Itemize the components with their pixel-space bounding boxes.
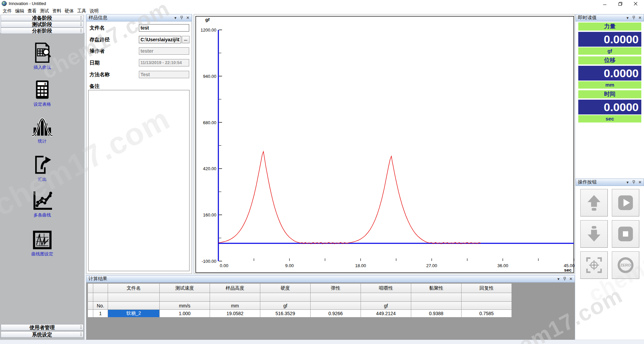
insert-curve-icon bbox=[32, 42, 53, 63]
tool-multi-curve[interactable]: 多条曲线 bbox=[0, 190, 85, 218]
unit-chewiness: gf bbox=[361, 302, 411, 310]
restore-icon bbox=[619, 2, 622, 6]
menu-file[interactable]: 文件 bbox=[1, 7, 13, 14]
result-filename-cell[interactable]: 软糖_2 bbox=[108, 310, 160, 317]
browse-button[interactable]: ... bbox=[182, 36, 190, 43]
col-header-cohesiveness[interactable]: 黏聚性 bbox=[411, 284, 462, 293]
col-header-springiness[interactable]: 弹性 bbox=[311, 284, 361, 293]
notes-textarea[interactable] bbox=[88, 90, 190, 271]
svg-text:36.00: 36.00 bbox=[497, 263, 508, 268]
menu-help[interactable]: 说明 bbox=[88, 7, 100, 14]
panel-menu-icon[interactable]: ▼ bbox=[557, 277, 560, 281]
menu-data[interactable]: 资料 bbox=[51, 7, 63, 14]
field-label-filename: 文件名 bbox=[90, 25, 105, 31]
menu-edit[interactable]: 编辑 bbox=[13, 7, 26, 14]
menu-test[interactable]: 测试 bbox=[38, 7, 51, 14]
time-value: 0.0000 bbox=[578, 100, 641, 114]
stage-prepare-button[interactable]: 准备阶段 bbox=[1, 15, 84, 21]
close-icon bbox=[634, 2, 637, 5]
results-caption: 计算结果 ▼ ✕ bbox=[86, 275, 575, 283]
field-label-operator: 操作者 bbox=[90, 48, 105, 54]
calculation-results-panel: 计算结果 ▼ ✕ 文件名 测试速度 样品高度 硬度 弹性 咀嚼性 黏聚性 bbox=[86, 275, 575, 340]
displacement-value: 0.0000 bbox=[578, 66, 641, 81]
savepath-input[interactable] bbox=[139, 36, 181, 43]
panel-close-icon[interactable]: ✕ bbox=[638, 180, 642, 185]
filename-input[interactable] bbox=[139, 24, 189, 32]
svg-text:940.00: 940.00 bbox=[203, 74, 216, 79]
unit-height: mm bbox=[210, 302, 260, 310]
row-number-cell[interactable]: 1 bbox=[93, 310, 108, 317]
panel-close-icon[interactable]: ✕ bbox=[638, 15, 642, 20]
tool-insert-curve[interactable]: 插入曲线 bbox=[0, 42, 85, 70]
window-title: Innovation - Untitled bbox=[9, 1, 46, 6]
col-header-chewiness[interactable]: 咀嚼性 bbox=[361, 284, 411, 293]
menu-view[interactable]: 查看 bbox=[26, 7, 38, 14]
results-body: 文件名 测试速度 样品高度 硬度 弹性 咀嚼性 黏聚性 回复性 No. mm/s… bbox=[86, 283, 575, 340]
method-input[interactable] bbox=[139, 71, 189, 78]
panel-menu-icon[interactable]: ▼ bbox=[626, 16, 629, 20]
date-input[interactable] bbox=[139, 59, 189, 66]
arrow-down-icon bbox=[585, 225, 603, 243]
force-time-chart: 1200.00940.00680.00420.00160.00-100.000.… bbox=[194, 14, 575, 274]
field-label-date: 日期 bbox=[90, 60, 100, 66]
col-header-height[interactable]: 样品高度 bbox=[210, 284, 260, 293]
svg-text:1200.00: 1200.00 bbox=[201, 28, 216, 33]
menu-hardware[interactable]: 硬体 bbox=[63, 7, 75, 14]
tool-export[interactable]: 汇出 bbox=[0, 154, 85, 183]
col-header-resilience[interactable]: 回复性 bbox=[462, 284, 512, 293]
displacement-label: 位移 bbox=[578, 56, 641, 64]
user-management-button[interactable]: 使用者管理 bbox=[1, 324, 84, 331]
restore-button[interactable] bbox=[612, 0, 628, 7]
target-icon bbox=[585, 256, 603, 275]
force-value: 0.0000 bbox=[578, 32, 641, 47]
result-chewiness-cell[interactable]: 449.2124 bbox=[361, 310, 411, 317]
results-table: 文件名 测试速度 样品高度 硬度 弹性 咀嚼性 黏聚性 回复性 No. mm/s… bbox=[88, 283, 512, 317]
multi-curve-icon bbox=[32, 190, 53, 211]
stage-analysis-button[interactable]: 分析阶段 bbox=[1, 28, 84, 34]
panel-menu-icon[interactable]: ▼ bbox=[174, 16, 177, 20]
pin-icon[interactable] bbox=[632, 180, 635, 184]
probe-up-button[interactable] bbox=[580, 189, 608, 216]
minimize-button[interactable] bbox=[597, 0, 612, 7]
panel-close-icon[interactable]: ✕ bbox=[186, 15, 190, 20]
probe-down-button[interactable] bbox=[580, 220, 608, 248]
pin-icon[interactable] bbox=[180, 16, 183, 20]
result-cohesiveness-cell[interactable]: 0.9388 bbox=[411, 310, 462, 317]
field-label-method: 方法名称 bbox=[90, 71, 110, 78]
tool-set-table[interactable]: 8 设定表格 bbox=[0, 79, 85, 107]
sample-info-caption: 样品信息 ▼ ✕ bbox=[86, 14, 192, 21]
panel-close-icon[interactable]: ✕ bbox=[569, 277, 573, 281]
pin-icon[interactable] bbox=[632, 16, 635, 20]
tool-statistics[interactable]: 统计 bbox=[0, 117, 85, 144]
target-position-button[interactable] bbox=[580, 251, 608, 279]
svg-text:27.00: 27.00 bbox=[426, 263, 437, 268]
result-resilience-cell[interactable]: 0.7585 bbox=[462, 310, 512, 317]
result-row: 1 软糖_2 1.000 19.0582 516.3529 0.9266 449… bbox=[88, 310, 512, 317]
run-button[interactable] bbox=[612, 189, 639, 216]
time-unit: sec bbox=[578, 115, 641, 122]
col-header-speed[interactable]: 测试速度 bbox=[160, 284, 210, 293]
close-button[interactable] bbox=[628, 0, 643, 7]
unit-speed: mm/s bbox=[160, 302, 210, 310]
ops-caption: 操作按钮 ▼ ✕ bbox=[576, 179, 644, 186]
panel-menu-icon[interactable]: ▼ bbox=[626, 181, 629, 184]
result-hardness-cell[interactable]: 516.3529 bbox=[260, 310, 311, 317]
stage-test-button[interactable]: 测试阶段 bbox=[1, 21, 84, 28]
svg-text:420.00: 420.00 bbox=[203, 166, 216, 171]
col-header-hardness[interactable]: 硬度 bbox=[260, 284, 311, 293]
tool-curve-settings[interactable]: 曲线图设定 bbox=[0, 230, 85, 257]
pin-icon[interactable] bbox=[563, 277, 566, 281]
system-settings-button[interactable]: 系统设定 bbox=[1, 331, 84, 338]
svg-text:8: 8 bbox=[44, 82, 46, 86]
menu-bar: 文件 编辑 查看 测试 资料 硬体 工具 说明 bbox=[0, 7, 644, 14]
col-header-filename[interactable]: 文件名 bbox=[108, 284, 160, 293]
result-height-cell[interactable]: 19.0582 bbox=[210, 310, 260, 317]
operator-input[interactable] bbox=[139, 47, 189, 55]
result-springiness-cell[interactable]: 0.9266 bbox=[311, 310, 361, 317]
stop-icon bbox=[616, 225, 635, 243]
stop-button[interactable] bbox=[612, 220, 639, 248]
svg-text:0.00: 0.00 bbox=[220, 263, 228, 268]
menu-tools[interactable]: 工具 bbox=[75, 7, 88, 14]
zero-button[interactable]: ZERO bbox=[612, 251, 639, 279]
result-speed-cell[interactable]: 1.000 bbox=[160, 310, 210, 317]
